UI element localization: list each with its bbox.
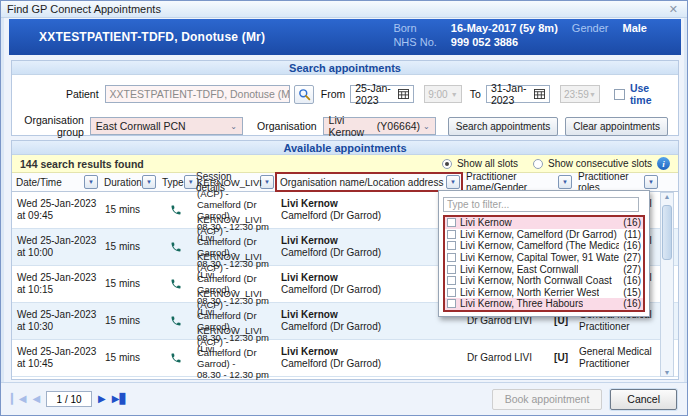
filter-input[interactable] bbox=[443, 197, 639, 212]
phone-icon bbox=[170, 352, 182, 364]
window-title: Find GP Connect Appointments bbox=[7, 3, 161, 15]
info-icon[interactable]: i bbox=[657, 157, 670, 170]
born-value: 16-May-2017 (5y 8m) bbox=[451, 22, 558, 34]
calendar-icon[interactable] bbox=[398, 89, 409, 99]
page-indicator[interactable]: 1 / 10 bbox=[46, 391, 92, 407]
scroll-up-icon[interactable] bbox=[664, 193, 671, 200]
close-icon[interactable] bbox=[666, 3, 681, 16]
magnifier-icon bbox=[298, 88, 311, 101]
next-page-icon[interactable] bbox=[98, 394, 106, 404]
gender-label: Gender bbox=[572, 22, 609, 34]
to-time-value: 23:59 bbox=[564, 89, 589, 100]
organisation-filter-dropdown: Livi Kernow (16) Livi Kernow, Camelford … bbox=[438, 190, 650, 317]
checkbox-icon[interactable] bbox=[447, 288, 456, 297]
show-consecutive-slots-radio[interactable] bbox=[533, 159, 543, 169]
patient-banner: XXTESTPATIENT-TDFD, Donotuse (Mr) Born 1… bbox=[9, 19, 681, 55]
book-appointment-button[interactable]: Book appointment bbox=[492, 389, 603, 410]
filter-option[interactable]: Livi Kernow, Camelford (Dr Garrod) (11) bbox=[445, 229, 643, 241]
table-row[interactable]: Wed 25-Jan-2023at 10:45 15 mins KERNOW_L… bbox=[12, 340, 678, 377]
to-time-select: 23:59▼ bbox=[560, 85, 600, 103]
filter-icon[interactable] bbox=[644, 175, 658, 189]
chevron-down-icon: ⌄ bbox=[423, 122, 430, 131]
results-count: 144 search results found bbox=[20, 158, 144, 170]
col-date-time: Date/Time bbox=[16, 177, 62, 188]
checkbox-icon[interactable] bbox=[447, 218, 456, 227]
phone-icon bbox=[170, 315, 182, 327]
organisation-group-value: East Cornwall PCN bbox=[96, 120, 186, 132]
pagination: 1 / 10 bbox=[11, 391, 127, 407]
organisation-select[interactable]: Livi Kernow (Y06664) ⌄ bbox=[323, 117, 436, 135]
gender-value: Male bbox=[623, 22, 647, 34]
born-label: Born bbox=[393, 22, 436, 34]
available-section-title: Available appointments bbox=[12, 141, 678, 155]
filter-option[interactable]: Livi Kernow, North Cornwall Coast (16) bbox=[445, 275, 643, 287]
checkbox-icon[interactable] bbox=[447, 230, 456, 239]
use-time-checkbox[interactable] bbox=[614, 89, 625, 100]
title-bar: Find GP Connect Appointments bbox=[1, 1, 687, 18]
filter-option[interactable]: Livi Kernow, Camelford (The Medical Cent… bbox=[445, 240, 643, 252]
filter-icon-organisation[interactable] bbox=[446, 175, 460, 189]
search-section-title: Search appointments bbox=[12, 61, 678, 75]
organisation-code: (Y06664) bbox=[377, 120, 420, 132]
previous-page-icon[interactable] bbox=[32, 394, 40, 404]
phone-icon bbox=[170, 241, 182, 253]
organisation-group-select[interactable]: East Cornwall PCN ⌄ bbox=[90, 117, 243, 135]
checkbox-icon[interactable] bbox=[447, 299, 456, 308]
organisation-label: Organisation bbox=[257, 120, 317, 132]
from-time-value: 9:00 bbox=[428, 89, 447, 100]
scroll-down-icon[interactable] bbox=[664, 369, 671, 376]
phone-icon bbox=[170, 204, 182, 216]
to-date-field[interactable]: 31-Jan-2023 bbox=[486, 85, 550, 103]
clear-appointments-button[interactable]: Clear appointments bbox=[565, 117, 668, 136]
nhs-label: NHS No. bbox=[393, 36, 436, 48]
last-page-icon[interactable] bbox=[112, 394, 127, 404]
patient-field[interactable]: XXTESTPATIENT-TDFD, Donotuse (Mr) bbox=[105, 85, 291, 103]
show-all-slots-radio[interactable] bbox=[442, 159, 452, 169]
filter-icon[interactable] bbox=[84, 175, 98, 189]
from-date-value: 25-Jan-2023 bbox=[355, 82, 398, 106]
patient-search-button[interactable] bbox=[294, 85, 313, 104]
filter-options-list-highlighted: Livi Kernow (16) Livi Kernow, Camelford … bbox=[443, 215, 645, 312]
col-organisation-highlighted: Organisation name/Location address bbox=[276, 173, 462, 191]
organisation-group-label: Organisation group bbox=[22, 114, 84, 138]
col-type: Type bbox=[162, 177, 184, 188]
to-label: To bbox=[462, 88, 481, 100]
chevron-down-icon: ⌄ bbox=[230, 122, 237, 131]
checkbox-icon[interactable] bbox=[447, 276, 456, 285]
from-date-field[interactable]: 25-Jan-2023 bbox=[350, 85, 414, 103]
cancel-button[interactable]: Cancel bbox=[610, 389, 677, 410]
to-date-value: 31-Jan-2023 bbox=[491, 82, 534, 106]
search-appointments-panel: Search appointments Patient XXTESTPATIEN… bbox=[11, 60, 679, 136]
filter-option[interactable]: Livi Kernow, Three Habours (16) bbox=[445, 298, 643, 310]
organisation-value: Livi Kernow bbox=[329, 114, 377, 138]
patient-label: Patient bbox=[22, 88, 99, 100]
checkbox-icon[interactable] bbox=[447, 241, 456, 250]
nhs-value: 999 052 3886 bbox=[451, 36, 558, 48]
filter-icon[interactable] bbox=[558, 175, 572, 189]
filter-icon[interactable] bbox=[142, 175, 156, 189]
list-scrollbar[interactable] bbox=[660, 192, 674, 377]
from-label: From bbox=[314, 88, 345, 100]
filter-option[interactable]: Livi Kernow (16) bbox=[445, 217, 643, 229]
search-appointments-button[interactable]: Search appointments bbox=[448, 117, 559, 136]
phone-icon bbox=[170, 278, 182, 290]
from-time-select: 9:00▼ bbox=[424, 85, 462, 103]
use-time-label: Use time bbox=[630, 82, 668, 106]
calendar-icon[interactable] bbox=[534, 89, 545, 99]
patient-demographics: Born 16-May-2017 (5y 8m) Gender Male NHS… bbox=[393, 22, 647, 48]
checkbox-icon[interactable] bbox=[447, 253, 456, 262]
find-gp-connect-appointments-dialog: Find GP Connect Appointments XXTESTPATIE… bbox=[0, 0, 688, 416]
show-consecutive-slots-label: Show consecutive slots bbox=[548, 158, 652, 169]
scrollbar-thumb[interactable] bbox=[662, 205, 672, 260]
first-page-icon[interactable] bbox=[11, 394, 26, 404]
patient-name: XXTESTPATIENT-TDFD, Donotuse (Mr) bbox=[9, 30, 265, 44]
filter-option[interactable]: Livi Kernow, East Cornwall (27) bbox=[445, 263, 643, 275]
filter-option[interactable]: Livi Kernow, North Kerrier West (15) bbox=[445, 287, 643, 299]
checkbox-icon[interactable] bbox=[447, 265, 456, 274]
filter-option[interactable]: Livi Kernow, Capital Tower, 91 Waterloo … bbox=[445, 252, 643, 264]
show-all-slots-label: Show all slots bbox=[457, 158, 518, 169]
col-duration: Duration bbox=[104, 177, 142, 188]
footer-bar: 1 / 10 Book appointment Cancel bbox=[1, 382, 687, 415]
